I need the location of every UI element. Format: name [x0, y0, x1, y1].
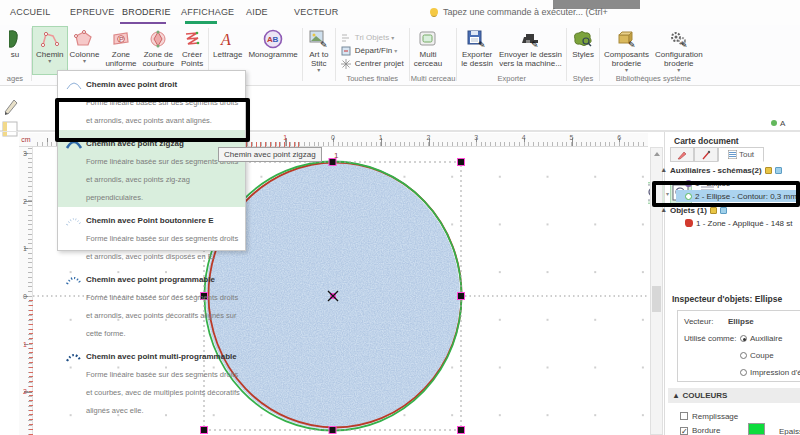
object-index-label: 1 [334, 151, 339, 160]
radio-icon[interactable] [740, 335, 747, 342]
group-separator [566, 28, 567, 81]
tab-epreuve[interactable]: EPREUVE [70, 7, 114, 17]
envoyer-machine-button[interactable]: ✎Envoyer le dessinvers la machine... [496, 27, 565, 74]
active-tab-underline [120, 22, 166, 24]
lock-icon[interactable] [765, 167, 772, 174]
chevron-down-icon[interactable]: ▾ [83, 59, 86, 64]
menu-item-chemin-avec-point-multi-programmable[interactable]: Chemin avec point multi-programmableForm… [58, 343, 245, 420]
radio-auxiliaire[interactable]: Auxiliaire [740, 334, 782, 343]
eye-icon[interactable] [775, 167, 782, 174]
command-search-input[interactable]: Tapez une commande à exécuter... (Ctrl+ [443, 7, 608, 17]
configuration-broderie-button[interactable]: ✎Configurationbroderie▾ [652, 27, 706, 74]
tab-all[interactable]: Tout [718, 147, 764, 162]
radio-impression-d-[interactable]: Impression d'é [740, 368, 800, 377]
ruler-number: 5 [570, 134, 574, 141]
radio-coupe[interactable]: Coupe [740, 351, 774, 360]
creer-points-button[interactable]: CréerPoints [177, 27, 207, 74]
centrer-projet-button[interactable]: Centrer projet [341, 57, 404, 70]
tree-row-2-ellipse-contour-0-3-mm[interactable]: 2 - Ellipse - Contour: 0,3 mm [676, 190, 800, 202]
lettrage-button[interactable]: ALettrage [210, 27, 245, 74]
lock-icon[interactable] [710, 207, 717, 214]
border-color-swatch[interactable] [748, 423, 765, 435]
styles-button[interactable]: Styles [568, 27, 598, 74]
svg-text:✎: ✎ [531, 40, 539, 49]
resize-handle[interactable] [330, 427, 336, 433]
status-dot-icon [771, 120, 777, 126]
points-icon [183, 28, 201, 50]
svg-text:P: P [119, 36, 124, 43]
resize-handle[interactable] [458, 159, 464, 165]
ribbon-group-label: Bibliothèques système [601, 74, 706, 85]
menu-item-chemin-avec-point-programmable[interactable]: Chemin avec point programmableForme liné… [58, 266, 245, 343]
thickness-label: Epaisseur [779, 427, 800, 435]
button-label: CréerPoints [181, 50, 203, 68]
chevron-down-icon[interactable]: ▾ [394, 47, 397, 54]
panel-divider [664, 132, 665, 435]
button-label: Monogramme [248, 50, 297, 59]
menu-bar: ACCUEIL EPREUVE BRODERIE AFFICHAGE AIDE … [0, 0, 800, 25]
tab-pen-icon[interactable] [670, 147, 694, 162]
ribbon-group: Tri Objets▾Départ/Fin▾Centrer projetTouc… [337, 25, 408, 85]
startend-icon [341, 46, 353, 56]
checkbox-checked-icon[interactable]: ✓ [680, 427, 688, 435]
tree-row-auxiliaires-sch-mas-2-[interactable]: ▴Auxiliaires - schémas(2) [662, 164, 782, 176]
tab-vecteur[interactable]: VECTEUR [294, 7, 338, 17]
tree-row-1-ellipse[interactable]: 1 - Ellipse [676, 177, 730, 189]
svg-text:✎: ✎ [320, 40, 328, 49]
styles-icon [572, 28, 594, 50]
resize-handle[interactable] [458, 293, 464, 299]
ruler-number: 0 [331, 134, 335, 141]
tissu-partial[interactable]: su [0, 27, 30, 74]
art-to-stitch-button[interactable]: ✎Art toStitc▾ [304, 27, 334, 74]
curve-icon [148, 28, 168, 50]
ruler-number: 4 [522, 134, 526, 141]
menu-item-chemin-avec-point-boutonniere-e[interactable]: Chemin avec Point boutonniere EForme lin… [58, 207, 245, 266]
tri-objets-button[interactable]: Tri Objets▾ [341, 31, 404, 44]
tab-broderie[interactable]: BRODERIE [122, 7, 171, 17]
tab-affichage[interactable]: AFFICHAGE [181, 7, 234, 17]
resize-handle[interactable] [201, 427, 207, 433]
multi-cerceau-button[interactable]: Multicerceau [411, 27, 445, 74]
stylus-tool-icon[interactable] [2, 96, 20, 120]
radio-icon[interactable] [740, 352, 747, 359]
composants-broderie-button[interactable]: ✎Composantsbroderie▾ [601, 27, 652, 74]
group-separator [302, 28, 303, 81]
chevron-down-icon[interactable]: ▾ [625, 68, 628, 73]
sort-icon [341, 33, 353, 43]
tab-accueil[interactable]: ACCUEIL [10, 7, 50, 17]
tab-needle-icon[interactable] [694, 147, 718, 162]
document-map-title: Carte document [674, 136, 739, 146]
menu-item-chemin-avec-point-droit[interactable]: Chemin avec point droitForme linéaire ba… [58, 71, 245, 130]
chevron-down-icon[interactable]: ▾ [677, 68, 680, 73]
depart-fin-button[interactable]: Départ/Fin▾ [341, 44, 404, 57]
ruler-number: 1 [23, 340, 27, 347]
resize-handle[interactable] [458, 427, 464, 433]
eye-icon[interactable] [720, 207, 727, 214]
chevron-down-icon[interactable]: ▾ [391, 34, 394, 41]
chemin-button[interactable]: Chemin▾ [33, 27, 67, 74]
components-icon: ✎ [617, 28, 637, 50]
zone-courbure-button[interactable]: Zone decourbure▾ [140, 27, 178, 74]
tree-row-1-zone-appliqu-148-st[interactable]: 1 - Zone - Appliqué - 148 st [676, 217, 793, 229]
ruler-number: 3 [23, 149, 27, 156]
ribbon-group-label: ages [0, 74, 30, 85]
exporter-dessin-button[interactable]: ✎Exporterle dessin [458, 27, 496, 74]
menu-item-chemin-avec-point-zigzag[interactable]: Chemin avec point zigzagForme linéaire b… [58, 130, 245, 207]
colonne-button[interactable]: Colonne▾ [67, 27, 103, 74]
radio-icon[interactable] [740, 369, 747, 376]
scrollbar-thumb[interactable] [652, 286, 661, 312]
chevron-down-icon[interactable]: ▾ [666, 190, 669, 197]
chevron-down-icon[interactable]: ▾ [317, 68, 320, 73]
checkbox-icon[interactable] [680, 412, 688, 420]
tree-row-objets-1-[interactable]: ▴Objets (1) [662, 204, 727, 216]
zone-uniforme-button[interactable]: PZoneuniforme▾ [102, 27, 139, 74]
scroll-up-icon[interactable] [654, 152, 660, 156]
monogramme-button[interactable]: ABMonogramme [245, 27, 300, 74]
chevron-down-icon[interactable]: ▾ [48, 59, 51, 64]
tab-aide[interactable]: AIDE [246, 7, 268, 17]
canvas-vertical-scrollbar[interactable] [650, 147, 663, 435]
colors-section-header[interactable]: ▴ COULEURS [668, 388, 800, 403]
fill-checkbox[interactable]: Remplissage [680, 411, 738, 421]
ruler-number: 1 [283, 134, 287, 141]
border-checkbox[interactable]: ✓Bordure [680, 426, 720, 435]
